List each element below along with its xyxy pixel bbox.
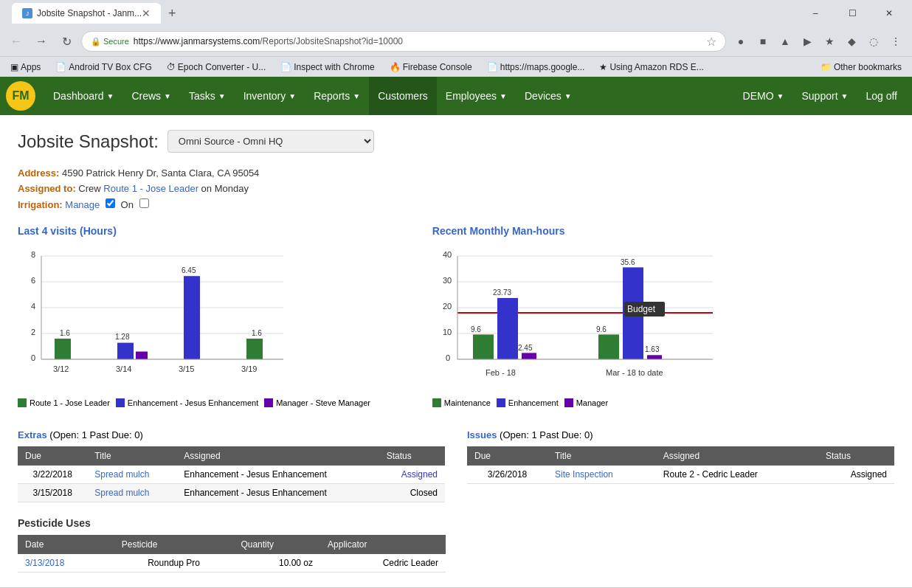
pesticide-section: Pesticide Uses Date Pesticide Quantity A… [18, 517, 894, 573]
issues-section: Issues (Open: 1 Past Due: 0) Due Title A… [467, 429, 894, 502]
bookmark-other-label: Other bookmarks [834, 62, 902, 72]
chrome-menu-button[interactable]: ⋮ [885, 31, 906, 52]
extras-col-status: Status [379, 446, 445, 466]
svg-text:3/12: 3/12 [53, 364, 69, 373]
assigned-crew-text: Crew [78, 183, 100, 194]
svg-text:40: 40 [443, 250, 452, 259]
bookmarks-bar: ▣ Apps 📄 Android TV Box CFG ⏱ Epoch Conv… [0, 56, 912, 77]
extras-row1-title-link[interactable]: Spread mulch [94, 469, 149, 480]
browser-tab[interactable]: J Jobsite Snapshot - Janm... ✕ [12, 3, 161, 24]
address-row: Address: 4590 Patrick Henry Dr, Santa Cl… [18, 167, 894, 179]
bookmark-other[interactable]: 📁 Other bookmarks [816, 60, 906, 74]
forward-button[interactable]: → [31, 31, 52, 52]
bar-maint-feb [473, 334, 494, 359]
reload-button[interactable]: ↻ [56, 31, 77, 52]
location-select[interactable]: Omni Source - Omni HQ [167, 130, 374, 153]
chart-monthly: Recent Monthly Man-hours 40 30 20 10 0 [432, 225, 894, 407]
bookmark-icon-6: ★ [599, 62, 607, 72]
extension-button-3[interactable]: ▲ [775, 31, 795, 52]
issues-col-title: Title [547, 446, 656, 466]
legend-mgr-label: Manager - Steve Manager [276, 398, 370, 407]
bookmark-firebase[interactable]: 🔥 Firebase Console [385, 60, 477, 74]
clock-icon: ⏱ [167, 62, 176, 72]
page-title: Jobsite Snapshot: [18, 131, 159, 152]
nav-employees-label: Employees [446, 90, 497, 102]
nav-tasks[interactable]: Tasks ▼ [180, 77, 235, 115]
nav-support[interactable]: Support ▼ [792, 77, 857, 115]
extension-button-6[interactable]: ◆ [841, 31, 862, 52]
legend2-mgr: Manager [564, 398, 608, 407]
legend-manager: Manager - Steve Manager [264, 398, 370, 407]
tab-favicon: J [22, 8, 32, 18]
extension-button-2[interactable]: ■ [753, 31, 773, 52]
back-button[interactable]: ← [6, 31, 27, 52]
extension-button-5[interactable]: ★ [819, 31, 840, 52]
nav-employees[interactable]: Employees ▼ [437, 77, 516, 115]
pest-row1-quantity: 10.00 oz [233, 554, 320, 573]
info-section: Address: 4590 Patrick Henry Dr, Santa Cl… [18, 167, 894, 210]
tables-row: Extras (Open: 1 Past Due: 0) Due Title A… [18, 429, 894, 502]
svg-text:2.45: 2.45 [518, 344, 533, 352]
assigned-label: Assigned to: [18, 183, 76, 194]
nav-dashboard-caret: ▼ [107, 92, 114, 100]
pest-col-date: Date [18, 535, 114, 554]
new-tab-button[interactable]: + [162, 4, 182, 23]
url-bar[interactable]: 🔒 Secure https://www.janmarsystems.com/R… [81, 31, 726, 52]
chart2-legend: Maintenance Enhancement Manager [432, 398, 894, 407]
nav-devices[interactable]: Devices ▼ [516, 77, 581, 115]
logo: FM [6, 81, 35, 111]
nav-support-caret: ▼ [841, 92, 849, 100]
extension-button-7[interactable]: ◌ [863, 31, 884, 52]
bookmark-android-tv-label: Android TV Box CFG [69, 62, 152, 72]
issues-row1-title-link[interactable]: Site Inspection [555, 469, 613, 480]
issues-header: Issues (Open: 1 Past Due: 0) [467, 429, 894, 440]
assigned-suffix: on Monday [201, 183, 249, 194]
svg-text:0: 0 [31, 353, 35, 362]
extras-row2-status: Closed [379, 484, 445, 502]
bookmark-android-tv[interactable]: 📄 Android TV Box CFG [51, 60, 156, 74]
bookmark-epoch[interactable]: ⏱ Epoch Converter - U... [162, 60, 270, 74]
bookmark-star-button[interactable]: ☆ [706, 35, 716, 49]
legend-route1: Route 1 - Jose Leader [18, 398, 110, 407]
nav-right: DEMO ▼ Support ▼ Log off [734, 77, 906, 115]
nav-demo[interactable]: DEMO ▼ [734, 77, 793, 115]
svg-text:1.6: 1.6 [252, 329, 262, 337]
extras-row2-title-link[interactable]: Spread mulch [94, 488, 149, 498]
bookmark-apps-label: Apps [21, 62, 41, 72]
extras-col-title: Title [87, 446, 176, 466]
maximize-button[interactable]: ☐ [835, 3, 869, 24]
nav-inventory[interactable]: Inventory ▼ [235, 77, 305, 115]
issues-row-1: 3/26/2018 Site Inspection Route 2 - Cedr… [467, 466, 894, 484]
svg-text:10: 10 [443, 328, 452, 336]
bookmark-inspect-chrome[interactable]: 📄 Inspect with Chrome [276, 60, 379, 74]
extension-button-1[interactable]: ● [730, 31, 751, 52]
pest-col-quantity: Quantity [233, 535, 320, 554]
legend2-enh-label: Enhancement [508, 398, 559, 407]
nav-reports-caret: ▼ [353, 92, 360, 100]
page-header: Jobsite Snapshot: Omni Source - Omni HQ [18, 130, 894, 153]
pest-row1-date-link[interactable]: 3/13/2018 [25, 558, 64, 568]
irrigation-manage-link[interactable]: Manage [65, 199, 100, 210]
nav-logoff[interactable]: Log off [857, 77, 906, 115]
minimize-button[interactable]: – [798, 3, 832, 24]
extension-button-4[interactable]: ▶ [797, 31, 818, 52]
nav-crews[interactable]: Crews ▼ [122, 77, 180, 115]
bookmark-amazon-rds[interactable]: ★ Using Amazon RDS E... [595, 60, 708, 74]
issues-row1-assigned: Route 2 - Cedric Leader [656, 466, 818, 484]
route-link[interactable]: Route 1 - Jose Leader [103, 183, 198, 194]
irrigation-on-checkbox[interactable] [139, 198, 149, 208]
svg-text:23.73: 23.73 [493, 288, 511, 297]
nav-reports[interactable]: Reports ▼ [305, 77, 369, 115]
nav-crews-caret: ▼ [164, 92, 171, 100]
irrigation-manage-checkbox[interactable] [106, 198, 115, 208]
legend2-mgr-color [564, 398, 573, 407]
nav-customers[interactable]: Customers [369, 77, 437, 115]
svg-text:1.28: 1.28 [115, 333, 130, 341]
nav-dashboard[interactable]: Dashboard ▼ [44, 77, 122, 115]
close-button[interactable]: ✕ [872, 3, 906, 24]
bookmark-apps[interactable]: ▣ Apps [6, 60, 45, 74]
window-controls: – ☐ ✕ [798, 3, 906, 24]
svg-text:30: 30 [443, 276, 452, 285]
bookmark-maps[interactable]: 📄 https://maps.google... [483, 60, 590, 74]
tab-close-button[interactable]: ✕ [142, 7, 151, 19]
